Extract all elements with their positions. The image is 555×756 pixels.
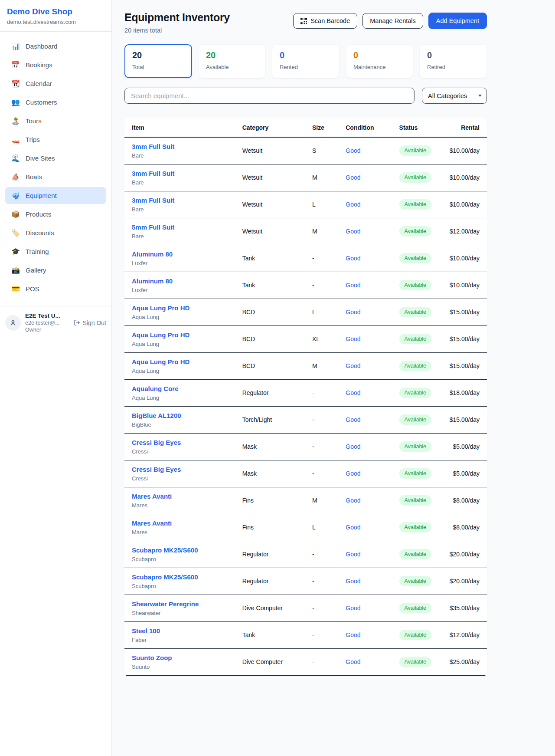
item-name-link[interactable]: Mares Avanti: [132, 493, 235, 500]
condition-link[interactable]: Good: [346, 255, 360, 262]
table-row: Mares Avanti Mares Fins M Good Available…: [124, 487, 487, 514]
item-brand: Aqua Lung: [132, 314, 235, 320]
condition-link[interactable]: Good: [346, 470, 360, 477]
item-name-link[interactable]: Cressi Big Eyes: [132, 466, 235, 473]
item-name-link[interactable]: Aqua Lung Pro HD: [132, 304, 235, 312]
add-equipment-button[interactable]: Add Equipment: [428, 13, 487, 29]
sidebar-item-label: Products: [26, 210, 51, 218]
sidebar-item-boats[interactable]: ⛵ Boats: [5, 168, 106, 185]
item-name-link[interactable]: 3mm Full Suit: [132, 143, 235, 150]
item-name-link[interactable]: Scubapro MK25/S600: [132, 546, 235, 554]
item-name-link[interactable]: Aqua Lung Pro HD: [132, 358, 235, 365]
condition-link[interactable]: Good: [346, 524, 360, 531]
condition-link[interactable]: Good: [346, 362, 360, 369]
condition-cell: Good: [342, 568, 395, 595]
stat-card-maintenance[interactable]: 0 Maintenance: [346, 44, 413, 78]
condition-link[interactable]: Good: [346, 389, 360, 396]
sidebar-item-pos[interactable]: 💳 POS: [5, 280, 106, 297]
sidebar-item-customers[interactable]: 👥 Customers: [5, 94, 106, 111]
condition-link[interactable]: Good: [346, 443, 360, 450]
add-equipment-label: Add Equipment: [436, 17, 479, 24]
stat-value: 0: [427, 50, 479, 60]
item-cell: Shearwater Peregrine Shearwater: [124, 595, 239, 621]
condition-link[interactable]: Good: [346, 147, 360, 154]
condition-link[interactable]: Good: [346, 578, 360, 585]
stat-card-rented[interactable]: 0 Rented: [272, 44, 340, 78]
scan-barcode-button[interactable]: Scan Barcode: [293, 13, 357, 29]
sidebar-item-tours[interactable]: 🏝️ Tours: [5, 112, 106, 129]
scan-barcode-label: Scan Barcode: [310, 17, 350, 24]
stat-card-retired[interactable]: 0 Retired: [419, 44, 487, 78]
sidebar-item-trips[interactable]: 🚤 Trips: [5, 131, 106, 148]
item-name-link[interactable]: Aqua Lung Pro HD: [132, 331, 235, 339]
column-header-size: Size: [309, 118, 342, 137]
item-name-link[interactable]: Aluminum 80: [132, 277, 235, 285]
condition-link[interactable]: Good: [346, 174, 360, 181]
stat-card-available[interactable]: 20 Available: [198, 44, 266, 78]
status-cell: Available: [396, 595, 446, 621]
item-brand: Mares: [132, 529, 235, 536]
status-cell: Available: [396, 245, 446, 272]
sidebar-item-dashboard[interactable]: 📊 Dashboard: [5, 38, 106, 55]
item-name-link[interactable]: Shearwater Peregrine: [132, 600, 235, 608]
sidebar-item-products[interactable]: 📦 Products: [5, 206, 106, 223]
condition-cell: Good: [342, 137, 395, 164]
condition-link[interactable]: Good: [346, 335, 360, 342]
table-row: 3mm Full Suit Bare Wetsuit S Good Availa…: [124, 137, 487, 164]
condition-link[interactable]: Good: [346, 201, 360, 208]
condition-link[interactable]: Good: [346, 416, 360, 423]
condition-link[interactable]: Good: [346, 605, 360, 611]
item-name-link[interactable]: Steel 100: [132, 627, 235, 634]
item-name-link[interactable]: 3mm Full Suit: [132, 197, 235, 204]
manage-rentals-button[interactable]: Manage Rentals: [362, 13, 423, 29]
item-name-link[interactable]: Mares Avanti: [132, 519, 235, 527]
item-name-link[interactable]: Aqualung Core: [132, 385, 235, 392]
sidebar-item-dive-sites[interactable]: 🌊 Dive Sites: [5, 150, 106, 167]
item-name-link[interactable]: Suunto Zoop: [132, 654, 235, 661]
rental-cell: $5.00/day: [446, 460, 487, 487]
stat-label: Total: [132, 64, 184, 70]
sidebar-item-calendar[interactable]: 📆 Calendar: [5, 75, 106, 92]
filter-row: All Categories: [124, 88, 487, 104]
boats-icon: ⛵: [11, 173, 20, 181]
condition-link[interactable]: Good: [346, 658, 360, 665]
sidebar-item-label: Dive Sites: [26, 154, 55, 162]
table-row: Aluminum 80 Luxfer Tank - Good Available…: [124, 245, 487, 272]
category-cell: BCD: [239, 299, 309, 325]
item-name-link[interactable]: 3mm Full Suit: [132, 170, 235, 177]
item-name-link[interactable]: Aluminum 80: [132, 250, 235, 258]
item-cell: Scubapro MK25/S600 Scubapro: [124, 568, 239, 595]
user-icon: [9, 319, 17, 327]
products-icon: 📦: [11, 210, 20, 218]
condition-link[interactable]: Good: [346, 282, 360, 289]
condition-link[interactable]: Good: [346, 631, 360, 638]
condition-link[interactable]: Good: [346, 228, 360, 235]
size-cell: -: [309, 272, 342, 299]
size-cell: L: [309, 191, 342, 218]
item-name-link[interactable]: Cressi Big Eyes: [132, 439, 235, 446]
item-cell: Cressi Big Eyes Cressi: [124, 460, 239, 487]
sidebar-item-gallery[interactable]: 📸 Gallery: [5, 262, 106, 279]
sign-out-button[interactable]: Sign Out: [74, 319, 106, 326]
item-name-link[interactable]: 5mm Full Suit: [132, 224, 235, 231]
table-header-row: Item Category Size Condition Status Rent…: [124, 118, 487, 137]
item-name-link[interactable]: Scubapro MK25/S600: [132, 573, 235, 581]
condition-link[interactable]: Good: [346, 497, 360, 504]
item-cell: 5mm Full Suit Bare: [124, 218, 239, 245]
sidebar-item-equipment[interactable]: 🤿 Equipment: [5, 187, 106, 204]
chevron-down-icon: [478, 95, 482, 97]
condition-link[interactable]: Good: [346, 309, 360, 316]
item-brand: Suunto: [132, 664, 235, 670]
rental-cell: $12.00/day: [446, 621, 487, 648]
search-input[interactable]: [124, 88, 415, 104]
status-badge: Available: [399, 657, 432, 667]
stat-card-total[interactable]: 20 Total: [124, 44, 192, 78]
sidebar-item-training[interactable]: 🎓 Training: [5, 243, 106, 260]
item-name-link[interactable]: BigBlue AL1200: [132, 412, 235, 419]
sidebar-item-bookings[interactable]: 📅 Bookings: [5, 56, 106, 73]
sidebar-item-discounts[interactable]: 🏷️ Discounts: [5, 224, 106, 241]
condition-link[interactable]: Good: [346, 551, 360, 558]
rental-cell: $15.00/day: [446, 299, 487, 325]
size-cell: M: [309, 218, 342, 245]
category-select[interactable]: All Categories: [422, 88, 487, 104]
